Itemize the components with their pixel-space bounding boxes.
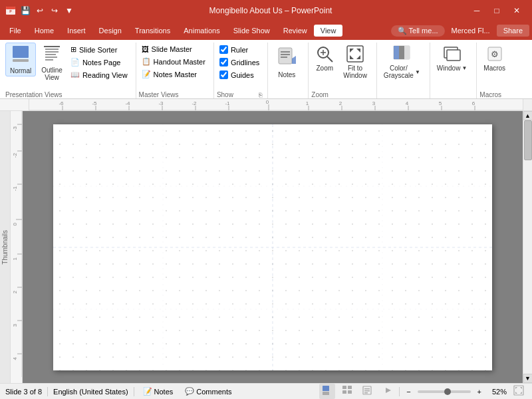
svg-text:0: 0 — [266, 99, 269, 105]
notes-master-button[interactable]: 📝 Notes Master — [139, 68, 208, 80]
window-button[interactable]: Window ▼ — [433, 43, 471, 74]
menu-view[interactable]: View — [314, 25, 343, 37]
undo-icon[interactable]: ↩ — [35, 5, 45, 16]
reading-view-status-button[interactable] — [359, 384, 375, 399]
share-button[interactable]: Share — [497, 25, 529, 37]
ruler-corner — [0, 99, 29, 111]
svg-rect-90 — [364, 390, 370, 392]
customize-icon[interactable]: ▼ — [64, 5, 74, 16]
ribbon-group-show: Ruler Gridlines Guides Show ⎘ — [214, 43, 268, 98]
color-grayscale-label: Color/Grayscale ▼ — [384, 65, 420, 79]
zoom-button[interactable]: Zoom — [311, 43, 338, 74]
svg-rect-9 — [45, 57, 57, 58]
handout-master-label: Handout Master — [154, 58, 205, 66]
minimize-button[interactable]: ─ — [467, 0, 487, 21]
svg-rect-7 — [45, 51, 59, 53]
ribbon-group-master-views: 🖼 Slide Master 📋 Handout Master 📝 Notes … — [136, 43, 214, 98]
zoom-slider[interactable] — [418, 390, 471, 393]
zoom-percent[interactable]: 52% — [488, 388, 507, 396]
svg-text:-2: -2 — [192, 100, 197, 106]
thumbnails-panel[interactable]: Thumbnails — [0, 111, 11, 383]
notes-icon — [276, 45, 297, 71]
slide-master-icon: 🖼 — [142, 45, 149, 53]
menu-design[interactable]: Design — [92, 25, 128, 37]
svg-text:-3: -3 — [158, 100, 164, 106]
vertical-scrollbar[interactable]: ▲ ▼ — [523, 111, 532, 383]
menu-animations[interactable]: Animations — [177, 25, 226, 37]
svg-rect-25 — [447, 50, 460, 61]
handout-master-button[interactable]: 📋 Handout Master — [139, 56, 208, 67]
master-view-buttons: 🖼 Slide Master 📋 Handout Master 📝 Notes … — [139, 43, 208, 80]
menu-file[interactable]: File — [3, 25, 28, 37]
account-menu[interactable]: Merced Fl... — [445, 25, 497, 37]
slide-area — [23, 111, 523, 383]
scroll-track[interactable] — [523, 120, 532, 374]
zoom-group-label: Zoom — [311, 91, 329, 98]
save-icon[interactable]: 💾 — [20, 5, 31, 16]
zoom-in-button[interactable]: + — [475, 386, 484, 397]
normal-view-status-button[interactable] — [319, 384, 335, 399]
svg-text:3: 3 — [12, 323, 18, 327]
menu-home[interactable]: Home — [28, 25, 61, 37]
show-label: Show — [217, 91, 233, 98]
svg-text:6: 6 — [472, 100, 475, 106]
presenter-view-status-button[interactable] — [379, 384, 395, 399]
outline-view-button[interactable]: OutlineView — [37, 43, 66, 82]
color-grayscale-button[interactable]: Color/Grayscale ▼ — [380, 43, 424, 81]
svg-text:0: 0 — [12, 222, 18, 225]
svg-rect-12 — [281, 51, 290, 53]
outline-icon — [43, 44, 61, 66]
notes-button[interactable]: Notes — [271, 43, 303, 81]
svg-text:1: 1 — [306, 100, 309, 106]
notes-status-button[interactable]: 📝 Notes — [140, 386, 177, 397]
svg-rect-19 — [347, 46, 363, 62]
zoom-out-button[interactable]: − — [404, 386, 413, 397]
menu-slideshow[interactable]: Slide Show — [227, 25, 277, 37]
close-button[interactable]: ✕ — [507, 0, 527, 21]
fit-slide-status-button[interactable] — [511, 384, 527, 399]
comments-status-button[interactable]: 💬 Comments — [182, 386, 235, 397]
svg-rect-14 — [281, 57, 287, 58]
normal-button[interactable]: Normal — [5, 43, 36, 76]
macros-label: Macros — [483, 65, 505, 72]
color-grayscale-icon — [392, 45, 411, 65]
workspace: -6 -5 -4 -3 -2 -1 0 1 2 — [0, 99, 532, 383]
redo-icon[interactable]: ↪ — [49, 5, 60, 16]
ribbon-group-presentation-views: Normal OutlineView ⊞ Slide Sorter 📄 N — [3, 43, 136, 98]
maximize-button[interactable]: □ — [487, 0, 507, 21]
left-panel: Thumbnails -3 -2 -1 0 — [0, 111, 23, 383]
reading-view-button[interactable]: 📖 Reading View — [68, 69, 130, 80]
slide-canvas — [53, 124, 492, 370]
svg-rect-28 — [29, 99, 523, 111]
svg-rect-91 — [364, 392, 368, 394]
gridlines-checkbox[interactable]: Gridlines — [217, 57, 262, 68]
handout-master-icon: 📋 — [142, 57, 151, 66]
svg-text:-2: -2 — [12, 152, 18, 158]
scroll-up-button[interactable]: ▲ — [523, 111, 533, 120]
svg-rect-8 — [45, 54, 56, 55]
status-left: Slide 3 of 8 English (United States) 📝 N… — [5, 386, 314, 397]
menu-review[interactable]: Review — [277, 25, 314, 37]
svg-rect-22 — [399, 46, 404, 59]
status-bar: Slide 3 of 8 English (United States) 📝 N… — [0, 383, 532, 399]
tell-me[interactable]: 🔍 Tell me... — [391, 25, 445, 37]
slide-master-label: Slide Master — [152, 45, 192, 53]
menu-insert[interactable]: Insert — [61, 25, 92, 37]
slide-sorter-icon: ⊞ — [70, 45, 76, 54]
slide-master-button[interactable]: 🖼 Slide Master — [139, 44, 208, 55]
fit-to-window-button[interactable]: Fit toWindow — [339, 43, 371, 81]
ruler-vertical: -3 -2 -1 0 1 2 3 4 — [11, 111, 23, 383]
notes-page-button[interactable]: 📄 Notes Page — [68, 57, 130, 68]
zoom-slider-thumb[interactable] — [444, 388, 451, 395]
scroll-down-button[interactable]: ▼ — [523, 374, 533, 383]
slide-sorter-status-button[interactable] — [339, 384, 355, 399]
scroll-thumb[interactable] — [524, 120, 532, 160]
ruler-checkbox[interactable]: Ruler — [217, 44, 262, 55]
menu-transitions[interactable]: Transitions — [128, 25, 177, 37]
guides-checkbox[interactable]: Guides — [217, 69, 262, 80]
show-expand-icon[interactable]: ⎘ — [259, 92, 262, 98]
notes-master-icon: 📝 — [142, 70, 151, 78]
slide-sorter-button[interactable]: ⊞ Slide Sorter — [68, 44, 130, 55]
macros-button[interactable]: ⚙ Macros — [479, 43, 509, 74]
zoom-icon — [315, 45, 334, 65]
